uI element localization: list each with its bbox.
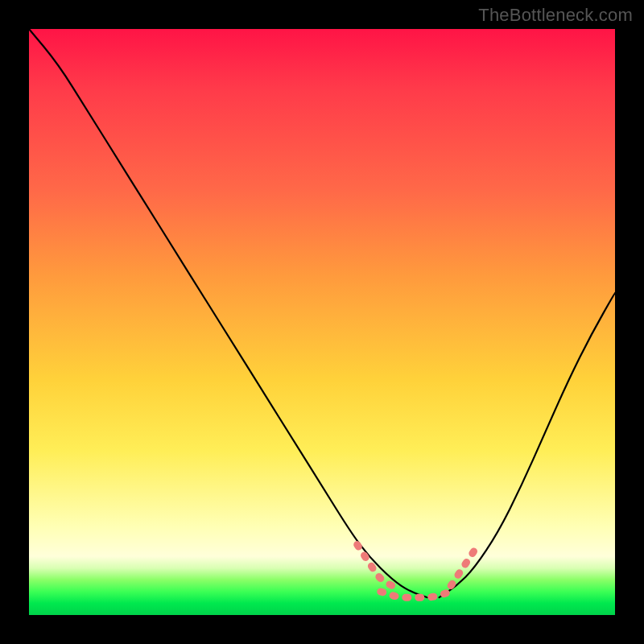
valley-left-marker — [357, 545, 393, 586]
right-curve — [440, 293, 615, 598]
left-curve — [29, 29, 427, 597]
curve-layer — [29, 29, 615, 615]
plot-area — [29, 29, 615, 615]
chart-frame: TheBottleneck.com — [0, 0, 644, 644]
watermark-label: TheBottleneck.com — [478, 5, 633, 26]
